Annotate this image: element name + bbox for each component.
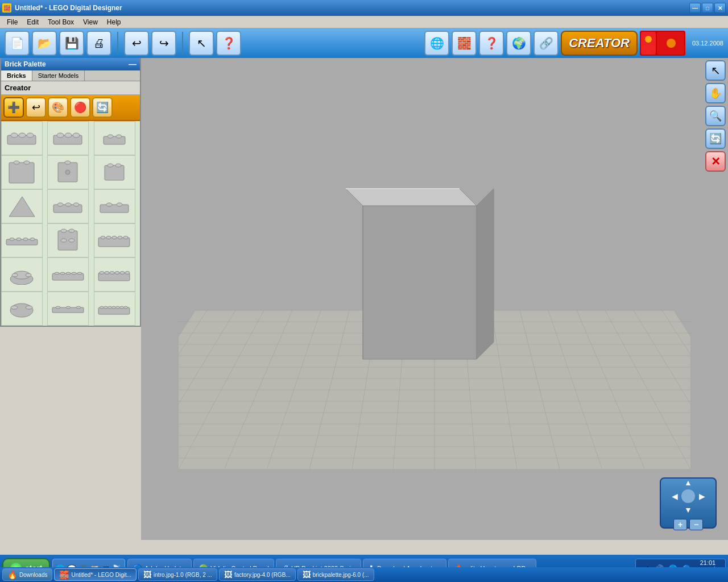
svg-point-96: [72, 272, 76, 275]
svg-point-63: [115, 164, 121, 167]
menu-file[interactable]: File: [2, 17, 22, 27]
help-tool-button[interactable]: ❓: [216, 31, 241, 56]
brick-item[interactable]: [1, 223, 43, 257]
clock-time: 21:01: [695, 559, 721, 566]
nav-center[interactable]: [681, 489, 695, 503]
svg-point-66: [57, 203, 63, 206]
right-toolbar: ↖ ✋ 🔍 🔄 ✕: [703, 58, 728, 174]
brick-palette-tools: ➕ ↩ 🎨 🔴 🔄: [1, 95, 140, 121]
svg-point-86: [118, 236, 122, 239]
print-button[interactable]: 🖨: [86, 31, 111, 56]
save-button[interactable]: 💾: [59, 31, 84, 56]
svg-point-71: [117, 203, 122, 206]
brick-item[interactable]: [94, 292, 135, 326]
open-button[interactable]: 📂: [32, 31, 57, 56]
select-tool-button[interactable]: ↖: [189, 31, 214, 56]
svg-point-102: [115, 272, 119, 275]
brick-item[interactable]: [1, 155, 43, 189]
earth-button[interactable]: 🌍: [506, 31, 531, 56]
refresh-tool[interactable]: 🔄: [92, 97, 113, 118]
brick-item[interactable]: [47, 223, 89, 257]
brick-grid: [1, 121, 140, 326]
zoom-in-button[interactable]: +: [673, 519, 687, 530]
menu-toolbox[interactable]: Tool Box: [43, 17, 78, 27]
nav-down-right[interactable]: [695, 503, 709, 517]
brickpalette-icon: 🖼: [303, 570, 311, 579]
redo-button[interactable]: ↪: [151, 31, 176, 56]
svg-point-99: [100, 272, 104, 275]
help-button[interactable]: ❓: [479, 31, 504, 56]
tab-starter-models[interactable]: Starter Models: [32, 70, 85, 81]
nav-right[interactable]: ▶: [695, 489, 709, 503]
online-button[interactable]: 🔗: [533, 31, 559, 56]
svg-point-47: [27, 133, 34, 138]
taskbar-bottom-factory[interactable]: 🖼 factory.jpg-4.0 (RGB...: [219, 568, 296, 581]
color-fill-tool[interactable]: 🎨: [48, 97, 68, 118]
rotate-button[interactable]: 🔄: [705, 128, 726, 149]
close-button[interactable]: ✕: [714, 3, 726, 13]
select-mode-button[interactable]: ↖: [705, 60, 726, 81]
viewport[interactable]: ↖ ✋ 🔍 🔄 ✕ ▲ ◀ ▶ ▼ + −: [141, 58, 728, 540]
brick-item[interactable]: [94, 121, 135, 155]
brick-item[interactable]: [94, 257, 135, 292]
svg-point-116: [112, 306, 116, 309]
brick-item[interactable]: [94, 223, 135, 257]
nav-up-right[interactable]: [695, 476, 709, 489]
brick-palette-title: Brick Palette: [5, 60, 46, 68]
svg-marker-64: [9, 197, 35, 217]
add-brick-tool[interactable]: ➕: [3, 97, 24, 118]
svg-point-56: [14, 161, 19, 164]
delete-button[interactable]: ✕: [705, 151, 726, 172]
nav-left[interactable]: ◀: [668, 489, 681, 503]
undo-button[interactable]: ↩: [124, 31, 149, 56]
brick-item[interactable]: [47, 155, 89, 189]
brick-item[interactable]: [1, 189, 43, 223]
palette-picker-tool[interactable]: 🔴: [70, 97, 90, 118]
maximize-button[interactable]: □: [702, 3, 713, 13]
svg-point-100: [105, 272, 109, 275]
add-model-button[interactable]: 🧱: [452, 31, 477, 56]
svg-point-46: [19, 133, 26, 138]
menu-help[interactable]: Help: [102, 17, 126, 27]
svg-point-51: [73, 133, 80, 138]
tab-bricks[interactable]: Bricks: [1, 70, 32, 81]
menu-view[interactable]: View: [78, 17, 102, 27]
svg-marker-43: [477, 189, 494, 359]
taskbar-bottom-row: 🔥 Downloads 🧱 Untitled* - LEGO Digit... …: [0, 567, 728, 582]
nav-up-left[interactable]: [668, 476, 681, 489]
svg-point-115: [108, 306, 112, 309]
new-button[interactable]: 📄: [5, 31, 30, 56]
brick-item[interactable]: [47, 292, 89, 326]
brick-item[interactable]: [94, 189, 135, 223]
creator-badge: CREATOR: [561, 31, 638, 56]
svg-point-60: [65, 170, 70, 174]
brick-item[interactable]: [1, 121, 43, 155]
taskbar-bottom-intro[interactable]: 🖼 intro.jpg-1.0 (RGB, 2 ...: [138, 568, 217, 581]
taskbar-bottom-downloads[interactable]: 🔥 Downloads: [2, 568, 52, 581]
minimize-button[interactable]: —: [689, 3, 701, 13]
brick-item[interactable]: [47, 121, 89, 155]
zoom-out-button[interactable]: −: [689, 519, 703, 530]
zoom-button[interactable]: 🔍: [705, 106, 726, 126]
select-tool[interactable]: ↩: [26, 97, 46, 118]
brick-palette-category: Creator: [1, 81, 140, 95]
brick-item[interactable]: [1, 292, 43, 326]
nav-down[interactable]: ▼: [681, 503, 695, 517]
taskbar-bottom-lego[interactable]: 🧱 Untitled* - LEGO Digit...: [54, 568, 136, 581]
nav-down-left[interactable]: [668, 503, 681, 517]
pan-button[interactable]: ✋: [705, 83, 726, 103]
taskbar-bottom-brickpalette[interactable]: 🖼 brickpalette.jpg-6.0 (...: [297, 568, 374, 581]
brick-item[interactable]: [47, 189, 89, 223]
brick-item[interactable]: [94, 155, 135, 189]
svg-point-49: [57, 133, 64, 138]
menu-edit[interactable]: Edit: [22, 17, 43, 27]
globe-button[interactable]: 🌐: [424, 31, 449, 56]
svg-point-97: [77, 272, 82, 275]
nav-up[interactable]: ▲: [681, 476, 695, 489]
brick-palette-close[interactable]: —: [129, 60, 136, 69]
svg-point-70: [106, 203, 112, 206]
brick-item[interactable]: [47, 257, 89, 292]
brick-item[interactable]: [1, 257, 43, 292]
taskbar-bottom-downloads-label: Downloads: [19, 572, 47, 578]
intro-icon: 🖼: [143, 570, 151, 579]
